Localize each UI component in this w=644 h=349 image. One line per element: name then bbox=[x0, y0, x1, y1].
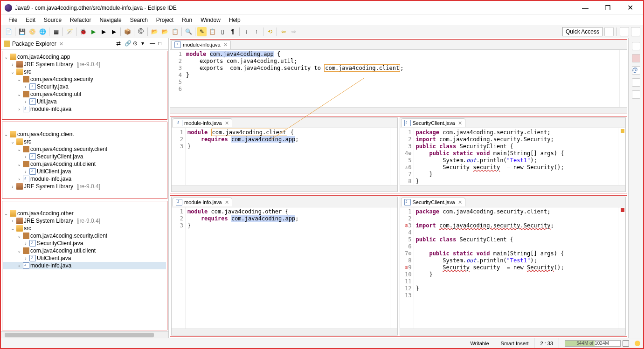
editor-hscroll[interactable] bbox=[400, 328, 626, 335]
tree-file[interactable]: ›UtilClient.java bbox=[3, 254, 166, 262]
tree-file[interactable]: ›Util.java bbox=[3, 98, 166, 105]
tab-module-info[interactable]: module-info.java✕ bbox=[171, 40, 231, 49]
menu-source[interactable]: Source bbox=[40, 16, 65, 24]
overview-ruler[interactable] bbox=[618, 128, 625, 185]
globe-icon[interactable]: 🌐 bbox=[38, 27, 47, 36]
tab-security-client[interactable]: SecurityClient.java✕ bbox=[401, 198, 465, 206]
new-pkg-icon[interactable]: 📦 bbox=[123, 27, 132, 36]
forward-icon[interactable]: ⇨ bbox=[289, 27, 298, 36]
overview-ruler[interactable] bbox=[618, 207, 625, 328]
wand-icon[interactable]: 🪄 bbox=[65, 27, 74, 36]
debug-icon[interactable]: 🐞 bbox=[78, 27, 88, 36]
overview-ruler[interactable] bbox=[390, 207, 397, 328]
view-menu-icon[interactable]: ▾ bbox=[141, 40, 149, 48]
tree-file[interactable]: ›module-info.java bbox=[3, 105, 166, 113]
coverage-icon[interactable]: ▶ bbox=[99, 27, 108, 36]
editor-hscroll[interactable] bbox=[172, 185, 397, 192]
java-persp-icon[interactable] bbox=[620, 27, 629, 36]
code-area[interactable]: package package com.java4coding.security… bbox=[414, 128, 618, 185]
tips-icon[interactable] bbox=[635, 341, 640, 346]
open-type-hier-icon[interactable]: 📂 bbox=[160, 27, 169, 36]
tree-file[interactable]: ›UtilClient.java bbox=[3, 168, 166, 175]
memory-bar[interactable]: 544M of 1024M bbox=[565, 340, 621, 347]
tree-project[interactable]: ⌄com.java4coding.client bbox=[3, 130, 166, 138]
mark-icon[interactable]: ✎ bbox=[197, 27, 207, 36]
close-button[interactable]: ✕ bbox=[621, 3, 639, 13]
code-area[interactable]: package com.java4coding.security.client;… bbox=[414, 207, 618, 328]
tree-jre[interactable]: ›JRE System Library [jre-9.0.4] bbox=[3, 183, 166, 190]
code-area[interactable]: module com.java4coding.other { requires … bbox=[186, 207, 390, 328]
outline-icon[interactable] bbox=[632, 54, 640, 62]
task-list-icon[interactable] bbox=[632, 42, 640, 50]
pilcrow-icon[interactable]: ¶ bbox=[228, 27, 237, 36]
tree-pkg[interactable]: ⌄com.java4coding.util.client bbox=[3, 160, 166, 168]
tree-file[interactable]: ›module-info.java bbox=[3, 175, 166, 183]
tree-pkg[interactable]: ⌄com.java4coding.security bbox=[3, 75, 166, 83]
tree-file[interactable]: ›SecurityClient.java bbox=[3, 240, 166, 247]
tree-src[interactable]: ⌄src bbox=[3, 138, 166, 145]
menu-edit[interactable]: Edit bbox=[22, 16, 39, 24]
menu-navigate[interactable]: Navigate bbox=[96, 16, 125, 24]
menu-refactor[interactable]: Refactor bbox=[66, 16, 95, 24]
minimize-button[interactable]: — bbox=[576, 3, 595, 13]
paste-icon[interactable]: 📋 bbox=[208, 27, 217, 36]
view-min-icon[interactable]: — bbox=[150, 40, 157, 48]
maximize-button[interactable]: ❐ bbox=[598, 3, 617, 13]
tree-jre[interactable]: ›JRE System Library [jre-9.0.4] bbox=[3, 61, 166, 68]
next-annot-icon[interactable]: ↓ bbox=[242, 27, 251, 36]
menu-project[interactable]: Project bbox=[152, 16, 177, 24]
tree-pkg[interactable]: ⌄com.java4coding.security.client bbox=[3, 232, 166, 240]
view-close-icon[interactable]: ✕ bbox=[59, 41, 63, 47]
run-icon[interactable]: ▶ bbox=[89, 27, 98, 36]
open-persp-icon[interactable] bbox=[604, 27, 614, 36]
search-icon[interactable]: 🔍 bbox=[184, 27, 193, 36]
tree-project[interactable]: ⌄com.java4coding.other bbox=[3, 210, 166, 217]
show-ws-icon[interactable]: ▯ bbox=[218, 27, 227, 36]
code-area[interactable]: module com.java4coding.app { exports com… bbox=[184, 50, 619, 107]
tree-file[interactable]: ›Security.java bbox=[3, 83, 166, 90]
pkg-scroll[interactable] bbox=[1, 331, 168, 338]
ext-tools-icon[interactable]: ▶ bbox=[109, 27, 118, 36]
tree-src[interactable]: ⌄src bbox=[3, 225, 166, 232]
open-task-icon[interactable]: 📋 bbox=[170, 27, 180, 36]
save-all-icon[interactable]: 📀 bbox=[28, 27, 37, 36]
tab-security-client[interactable]: SecurityClient.java✕ bbox=[401, 118, 465, 127]
tab-module-info[interactable]: module-info.java✕ bbox=[173, 118, 232, 127]
javadoc-icon[interactable]: @ bbox=[632, 66, 640, 75]
back-icon[interactable]: ⇦ bbox=[279, 27, 288, 36]
tree-jre[interactable]: ›JRE System Library [jre-9.0.4] bbox=[3, 217, 166, 225]
editor-hscroll[interactable] bbox=[170, 107, 627, 114]
overview-ruler[interactable] bbox=[619, 50, 627, 107]
open-type-icon[interactable]: 📂 bbox=[150, 27, 159, 36]
code-area[interactable]: module com.java4coding.client { requires… bbox=[186, 128, 390, 185]
editor-hscroll[interactable] bbox=[400, 185, 626, 192]
overview-ruler[interactable] bbox=[390, 128, 397, 185]
link-icon[interactable]: 🔗 bbox=[125, 40, 132, 48]
tree-project[interactable]: ⌄com.java4coding.app bbox=[3, 53, 166, 61]
gc-icon[interactable] bbox=[623, 340, 629, 347]
menu-run[interactable]: Run bbox=[178, 16, 196, 24]
save-icon[interactable]: 💾 bbox=[17, 27, 27, 36]
prev-annot-icon[interactable]: ↑ bbox=[252, 27, 261, 36]
tab-module-info[interactable]: module-info.java✕ bbox=[173, 198, 232, 206]
tree-file[interactable]: ›SecurityClient.java bbox=[3, 153, 166, 160]
menu-file[interactable]: File bbox=[5, 16, 21, 24]
debug-persp-icon[interactable] bbox=[631, 27, 640, 36]
new-class-icon[interactable]: Ⓒ bbox=[136, 27, 145, 36]
tree-pkg[interactable]: ⌄com.java4coding.util.client bbox=[3, 247, 166, 254]
decl-icon[interactable] bbox=[632, 78, 640, 87]
tree-file-selected[interactable]: ›module-info.java bbox=[3, 262, 166, 269]
quick-access[interactable]: Quick Access bbox=[562, 27, 602, 36]
menu-window[interactable]: Window bbox=[197, 16, 224, 24]
block-sel-icon[interactable]: ▦ bbox=[51, 27, 61, 36]
tree-pkg[interactable]: ⌄com.java4coding.util bbox=[3, 90, 166, 98]
editor-hscroll[interactable] bbox=[172, 328, 397, 335]
menu-help[interactable]: Help bbox=[225, 16, 244, 24]
collapse-icon[interactable]: ⇄ bbox=[116, 40, 124, 48]
new-icon[interactable]: 📄 bbox=[4, 27, 13, 36]
problems-icon[interactable] bbox=[632, 90, 640, 99]
menu-search[interactable]: Search bbox=[126, 16, 152, 24]
tree-pkg[interactable]: ⌄com.java4coding.security.client bbox=[3, 145, 166, 153]
last-edit-icon[interactable]: ⟲ bbox=[265, 27, 275, 36]
focus-icon[interactable]: ⊙ bbox=[133, 40, 140, 48]
